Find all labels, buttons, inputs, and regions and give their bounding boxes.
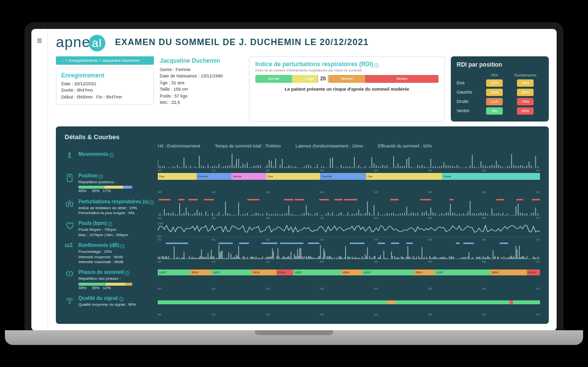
timeline-segment: Dos [158, 173, 196, 180]
info-icon[interactable]: i [125, 271, 129, 275]
zzz-icon: zzZ [65, 243, 74, 252]
logo: apneal [56, 34, 105, 51]
svg-point-753 [69, 303, 70, 304]
stat-efficiency: Efficacité du sommeil : 92% [378, 144, 432, 148]
rdi-pill: 19/h [486, 89, 503, 96]
svg-rect-357 [188, 199, 197, 200]
timeline-segment: REM [341, 269, 362, 275]
svg-rect-731 [219, 243, 226, 244]
svg-rect-361 [516, 199, 523, 200]
timeline-segment: REM [414, 269, 435, 275]
svg-rect-749 [463, 243, 474, 244]
svg-rect-375 [178, 199, 185, 200]
rdi-pill: 11/h [486, 98, 503, 105]
svg-rect-735 [179, 243, 188, 244]
svg-point-0 [69, 152, 70, 154]
timeline-segment: Dos [366, 173, 442, 180]
timeline-segment: REM [251, 269, 276, 275]
timeline-segment: Ventre [231, 173, 266, 180]
svg-rect-736 [308, 243, 315, 244]
svg-text:60: 60 [158, 235, 162, 238]
position-chart: DosGaucheVentreDosGaucheDosDroiteH0H1H2H… [158, 173, 540, 190]
recording-date: Date : 20/12/2021 [61, 81, 148, 88]
details-title: Détails & Courbes [65, 133, 540, 141]
timeline-segment: REM [490, 269, 527, 275]
recording-card: Enregistrement Date : 20/12/2021 Durée :… [56, 68, 154, 105]
svg-rect-367 [348, 199, 357, 200]
svg-rect-372 [295, 199, 304, 200]
svg-rect-356 [420, 199, 431, 200]
info-icon[interactable]: i [108, 222, 112, 226]
svg-rect-368 [319, 199, 329, 200]
svg-rect-366 [391, 199, 399, 200]
rdi-position-card: RDI par position RDIRonflements Dos21/h4… [451, 56, 549, 122]
rdi-subtitle: Index lié au nombre d'évènements respira… [255, 69, 439, 72]
svg-rect-732 [406, 243, 413, 244]
rdi-row-label: Dos [457, 79, 481, 87]
timeline-segment: LENT [362, 269, 414, 275]
timeline-segment: Gauche [196, 173, 231, 180]
info-icon[interactable]: i [109, 153, 114, 157]
ronf-pill: 86% [517, 107, 534, 115]
timeline-segment: LENT [211, 269, 251, 275]
svg-rect-374 [247, 199, 260, 200]
patient-name: Jacqueline Duchemin [160, 56, 243, 65]
timeline-segment: Gauche [320, 173, 366, 180]
rdi-value: 20 [318, 75, 328, 83]
snoring-chart: H0H1H2H3H4H5H6H7 [158, 243, 540, 259]
svg-rect-741 [350, 243, 357, 244]
rdi-risk: Le patient présente un risque d'apnée du… [255, 87, 439, 92]
stat-total: Temps de sommeil total : 7h48mn [215, 144, 281, 148]
info-icon[interactable]: i [119, 297, 123, 301]
rdi-pill: 21/h [486, 79, 503, 87]
page-title: EXAMEN DU SOMMEIL DE J. DUCHEMIN LE 20/1… [115, 37, 369, 48]
rdi-row-label: Droite [457, 98, 481, 105]
svg-point-178 [69, 175, 71, 177]
recording-title: Enregistrement [61, 72, 148, 79]
patient-card: Jacqueline Duchemin Genre : Femme Date d… [160, 56, 243, 122]
svg-rect-746 [283, 243, 295, 244]
recording-duration: Durée : 8h47mn [61, 87, 148, 94]
info-icon[interactable]: i [374, 63, 379, 68]
info-icon[interactable]: i [120, 244, 124, 248]
svg-rect-744 [239, 243, 249, 244]
details-panel: Détails & Courbes H0 : Endormissement Te… [56, 126, 549, 324]
ronf-pill: 45% [517, 79, 534, 87]
menu-toggle[interactable]: ≡ [31, 29, 48, 331]
pulse-chart: 12060H0H1H2H3H4H5H6H7 [158, 220, 540, 237]
brain-icon [65, 269, 74, 279]
svg-text:120: 120 [158, 222, 164, 225]
svg-rect-743 [226, 243, 232, 244]
position-icon [65, 173, 74, 183]
timeline-segment: Droite [442, 173, 540, 180]
svg-rect-747 [294, 243, 303, 244]
svg-rect-365 [159, 199, 171, 200]
info-icon[interactable]: i [149, 200, 154, 205]
svg-rect-363 [496, 199, 504, 200]
recording-start: Début : 0h00mn [61, 95, 93, 99]
wifi-icon [65, 295, 74, 305]
stat-h0: H0 : Endormissement [158, 144, 200, 148]
svg-rect-370 [449, 199, 454, 200]
svg-rect-177 [67, 174, 72, 181]
ronf-pill: 74% [517, 98, 534, 105]
rdi-row-label: Ventre [457, 107, 481, 115]
timeline-segment: LENT [293, 269, 341, 275]
svg-rect-738 [500, 243, 508, 244]
timeline-segment: REM [190, 269, 211, 275]
breadcrumb[interactable]: … > Enregistrements > Jacqueline Duchemi… [56, 56, 154, 65]
svg-rect-355 [204, 199, 214, 200]
rdi-gauge: Normal Léger Modéré Sévère 20 [255, 75, 439, 83]
svg-rect-742 [378, 243, 385, 244]
timeline-segment: Dos [267, 173, 320, 180]
svg-rect-740 [166, 243, 175, 244]
rdi-row-label: Gauche [457, 89, 481, 96]
info-icon[interactable]: i [98, 174, 103, 179]
phases-chart: LENTREMLENTREMEVEILLENTREMLENTREMLENTREM… [158, 269, 540, 286]
timeline-segment: LENT [158, 269, 190, 275]
svg-rect-733 [268, 243, 277, 244]
rdi-card: Indice de perturbations respiratoires (R… [249, 56, 445, 122]
recording-end: Fin : 8h47mn [97, 95, 122, 99]
rdi-pill: 5/h [486, 107, 503, 115]
timeline-segment: LENT [435, 269, 490, 275]
